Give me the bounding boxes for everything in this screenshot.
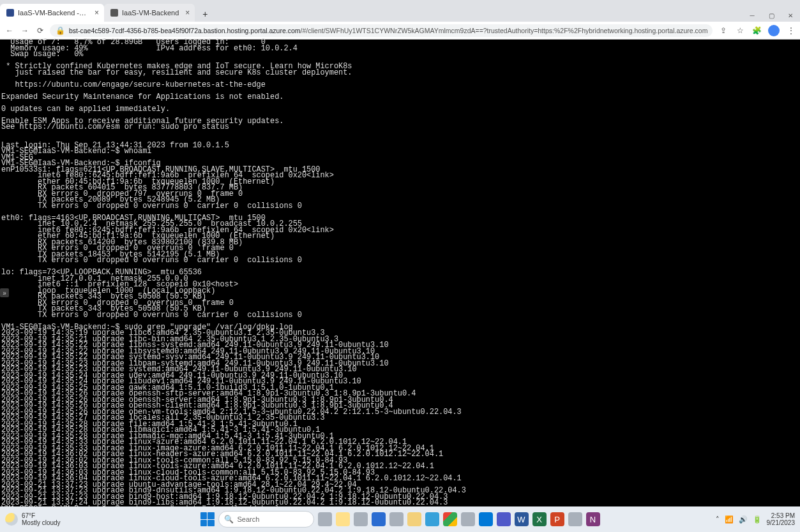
search-placeholder: Search [238,515,260,523]
new-tab-button[interactable]: + [197,6,213,22]
tab-title: IaaS-VM-Backend - Microsoft A [18,9,88,17]
windows-taskbar: 67°F Mostly cloudy 🔍 Search W X P N [0,506,800,532]
back-button[interactable]: ← [4,25,15,36]
file-explorer-icon[interactable] [336,512,350,526]
address-bar: ← → ⟳ 🔒 bst-cae4c589-7cdf-4356-b785-bea4… [0,22,800,40]
edge-icon[interactable] [425,512,439,526]
url-text: bst-cae4c589-7cdf-4356-b785-bea45f90f72a… [69,27,707,34]
battery-icon[interactable]: 🔋 [753,515,762,524]
azure-favicon-icon [6,9,14,17]
maximize-button[interactable]: ▢ [762,9,781,22]
forward-button[interactable]: → [19,25,31,36]
system-tray: ˄ 📶 🔊 🔋 2:53 PM 9/21/2023 [716,512,796,526]
app-icon[interactable] [389,512,404,526]
url-input[interactable]: 🔒 bst-cae4c589-7cdf-4356-b785-bea45f90f7… [50,24,713,37]
close-icon[interactable]: × [94,8,99,17]
tab-title: IaaS-VM-Backend [122,9,179,17]
pinned-apps: W X P N [318,512,600,526]
store-icon[interactable] [372,512,386,526]
taskbar-search[interactable]: 🔍 Search [218,511,314,528]
weather-widget[interactable]: 67°F Mostly cloudy [5,512,61,526]
powerpoint-icon[interactable]: P [550,512,564,526]
close-icon[interactable]: × [185,8,190,17]
close-window-button[interactable]: ✕ [781,9,800,22]
minimize-button[interactable]: ─ [743,9,762,22]
tab-active[interactable]: IaaS-VM-Backend - Microsoft A × [0,4,104,22]
menu-icon[interactable]: ⋮ [786,26,796,36]
start-button[interactable] [200,512,215,526]
onenote-icon[interactable]: N [586,512,600,526]
clock[interactable]: 2:53 PM 9/21/2023 [767,512,796,526]
vscode-icon[interactable] [479,512,493,526]
wifi-icon[interactable]: 📶 [725,515,734,524]
tray-overflow-icon[interactable]: ˄ [716,515,720,524]
extensions-icon[interactable]: 🧩 [751,26,762,36]
weather-icon [5,513,18,526]
app-icon[interactable] [354,512,368,526]
bastion-terminal-viewport: » Usage of /: 8.7% of 28.89GB Users logg… [0,40,800,506]
word-icon[interactable]: W [515,512,529,526]
weather-text: 67°F Mostly cloudy [22,512,61,526]
lock-icon: 🔒 [55,26,65,36]
volume-icon[interactable]: 🔊 [739,515,748,524]
app-icon[interactable] [568,512,582,526]
tab-secondary[interactable]: IaaS-VM-Backend × [104,4,195,22]
teams-icon[interactable] [497,512,511,526]
app-icon[interactable] [461,512,475,526]
profile-avatar[interactable] [768,25,780,36]
reload-button[interactable]: ⟳ [34,25,46,36]
browser-titlebar: IaaS-VM-Backend - Microsoft A × IaaS-VM-… [0,0,800,22]
share-icon[interactable]: ⇪ [718,26,728,36]
chrome-icon[interactable] [443,512,457,526]
files-icon[interactable] [407,512,421,526]
task-view-icon[interactable] [318,512,332,526]
window-controls: ─ ▢ ✕ [743,9,800,22]
search-icon: 🔍 [224,515,234,524]
excel-icon[interactable]: X [532,512,547,526]
bookmark-icon[interactable]: ☆ [735,26,745,36]
page-favicon-icon [110,9,118,17]
terminal-output[interactable]: Usage of /: 8.7% of 28.89GB Users logged… [0,40,800,506]
